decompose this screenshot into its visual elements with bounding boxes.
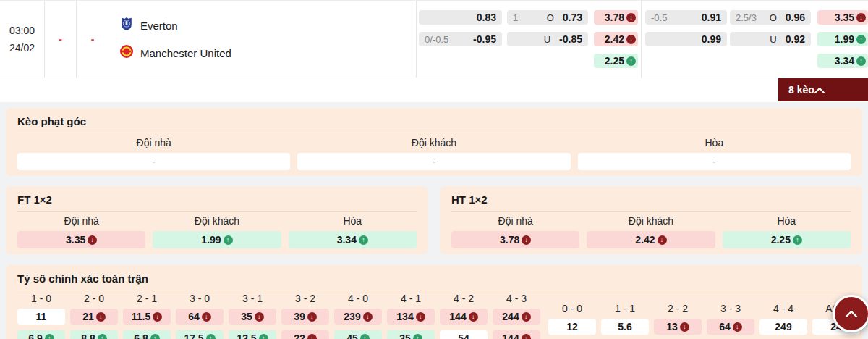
odd-value: 11.5 xyxy=(132,311,150,322)
odd-cell[interactable]: 3.34↑ xyxy=(817,54,868,68)
odd-cell[interactable]: 12 xyxy=(548,319,596,335)
handicap-odd-box[interactable]: 0.99 xyxy=(645,32,727,46)
odd-cell[interactable]: 3.78↓ xyxy=(594,10,638,25)
handicap-odd-box[interactable]: 0.83 xyxy=(419,10,502,25)
odd-cell[interactable]: - xyxy=(17,153,290,170)
odd-cell[interactable]: 2.25↑ xyxy=(723,231,851,248)
trend-up-icon: ↑ xyxy=(626,56,636,66)
everton-logo-icon xyxy=(119,17,134,34)
odd-value: 35 xyxy=(241,311,252,322)
score-label: 3 - 3 xyxy=(707,303,754,314)
odd-value: 21 xyxy=(82,311,94,322)
odd-cell[interactable]: 244↓ xyxy=(493,309,540,325)
trend-up-icon: ↑ xyxy=(793,235,802,245)
score-label: 2 - 0 xyxy=(70,293,118,304)
odd-cell[interactable]: 3.34↑ xyxy=(289,231,417,248)
odd-cell[interactable]: 2.42↓ xyxy=(587,231,715,248)
odd-cell[interactable]: 2.42↓ xyxy=(594,32,638,46)
odd-cell[interactable]: 13↓ xyxy=(654,319,702,335)
under-odd-box[interactable]: U 0.92 xyxy=(730,32,811,46)
header-draw: Hòa xyxy=(289,215,417,227)
odd-value: 35 xyxy=(399,332,411,339)
correct-score-grid: 1 - 0116.9↑2 - 021↓8.8↑2 - 111.5↓6.8↑3 -… xyxy=(17,293,851,339)
odd-cell[interactable]: 134↓ xyxy=(387,309,435,325)
odd-cell[interactable]: 17.5↑ xyxy=(176,330,224,339)
odd-cell[interactable]: - xyxy=(578,153,851,170)
match-time-column: 03:00 24/02 xyxy=(0,1,45,78)
header-draw: Hòa xyxy=(723,215,851,227)
score-label: 1 - 0 xyxy=(17,293,65,304)
odd-value: 1.99 xyxy=(835,33,854,45)
under-odd-box[interactable]: U -0.85 xyxy=(507,32,588,46)
home-team-row[interactable]: Everton xyxy=(119,17,416,33)
odd-value: 2.42 xyxy=(635,234,655,246)
odd-value: 134 xyxy=(396,311,413,322)
home-team-name: Everton xyxy=(140,20,178,32)
trend-up-icon: ↑ xyxy=(413,334,422,339)
ft-1x2-cells: 3.35↓1.99↑3.34↑ xyxy=(17,231,417,248)
odd-value: 64 xyxy=(719,321,731,332)
total-line: 1 xyxy=(513,12,518,23)
odd-cell[interactable]: 64↓ xyxy=(176,309,224,325)
odd-cell[interactable]: 21↓ xyxy=(70,309,118,325)
odd-cell[interactable]: 54 xyxy=(440,330,488,339)
odd-cell[interactable]: 144↓ xyxy=(493,330,540,339)
odd-cell[interactable]: 11.5↓ xyxy=(123,309,171,325)
odd-value: 11 xyxy=(36,311,47,322)
over-odd-box[interactable]: 1 O 0.73 xyxy=(507,10,588,25)
draw-score-column: 4 - 4249 xyxy=(760,293,807,339)
over-odd-box[interactable]: 2.5/3 O 0.96 xyxy=(730,10,811,25)
odd-cell[interactable]: 35↑ xyxy=(387,330,435,339)
ht-1x2-cells: 3.78↓2.42↓2.25↑ xyxy=(451,231,851,248)
odd-cell[interactable]: 3.35↓ xyxy=(817,10,868,25)
score-label: 3 - 0 xyxy=(176,293,224,304)
odd-value: 5.6 xyxy=(618,321,631,332)
over-letter: O xyxy=(547,12,554,23)
odd-cell[interactable]: 64↓ xyxy=(707,319,754,335)
over-odd: 0.96 xyxy=(786,12,805,23)
odd-cell[interactable]: 45↑ xyxy=(334,330,382,339)
odd-cell[interactable]: 8.8↑ xyxy=(70,330,118,339)
ft-1x2-section: FT 1×2 Đội nhà Đội khách Hòa 3.35↓1.99↑3… xyxy=(6,186,428,254)
odd-cell[interactable]: 13.5↑ xyxy=(229,330,276,339)
teams-column[interactable]: Everton Manchester United xyxy=(109,1,417,78)
odd-cell[interactable]: 6.8↑ xyxy=(123,330,171,339)
odd-value: 244 xyxy=(502,311,519,322)
odd-value: 13 xyxy=(666,321,678,332)
odd-value: - xyxy=(712,156,716,167)
trend-down-icon: ↓ xyxy=(202,312,211,322)
trend-down-icon: ↓ xyxy=(522,334,531,339)
odd-cell[interactable]: 3.35↓ xyxy=(17,231,145,248)
away-score: - xyxy=(77,1,109,78)
odd-cell[interactable]: 3.78↓ xyxy=(451,231,579,248)
odd-cell[interactable]: 249 xyxy=(760,319,807,335)
score-label: 2 - 2 xyxy=(654,303,702,314)
odd-cell[interactable]: 1.99↑ xyxy=(817,32,868,46)
trend-down-icon: ↓ xyxy=(469,312,478,322)
trend-down-icon: ↓ xyxy=(88,235,97,245)
odd-cell[interactable]: 6.9↑ xyxy=(17,330,65,339)
odd-cell[interactable]: 5.6 xyxy=(601,319,649,335)
odd-value: 249 xyxy=(775,321,791,332)
odd-cell[interactable]: 2.25↑ xyxy=(594,54,638,68)
odd-cell[interactable]: 22↓ xyxy=(281,330,329,339)
odd-cell[interactable]: 239↓ xyxy=(334,309,382,325)
draw-score-column: 0 - 012 xyxy=(548,293,596,339)
away-team-row[interactable]: Manchester United xyxy=(119,45,416,61)
score-column: 1 - 0116.9↑ xyxy=(17,293,65,339)
odd-cell[interactable]: 144↓ xyxy=(440,309,488,325)
odd-cell[interactable]: 39↓ xyxy=(281,309,329,325)
match-row: 03:00 24/02 - - Everton xyxy=(0,1,868,78)
odd-cell[interactable]: 11 xyxy=(17,309,65,325)
odd-cell[interactable]: 35↓ xyxy=(229,309,276,325)
odd-value: 144 xyxy=(502,332,519,339)
odd-value: 22 xyxy=(294,332,305,339)
scroll-top-button[interactable] xyxy=(833,295,868,332)
handicap-odd-box[interactable]: 0/-0.5 -0.95 xyxy=(419,32,502,46)
odd-cell[interactable]: 1.99↑ xyxy=(153,231,281,248)
keo-count-toggle-button[interactable]: 8 kèo xyxy=(778,78,868,101)
handicap-odd-box[interactable]: -0.5 0.91 xyxy=(645,10,727,25)
odd-cell[interactable]: - xyxy=(297,153,570,170)
score-label: 1 - 1 xyxy=(601,303,649,314)
header-home: Đội nhà xyxy=(17,137,290,148)
